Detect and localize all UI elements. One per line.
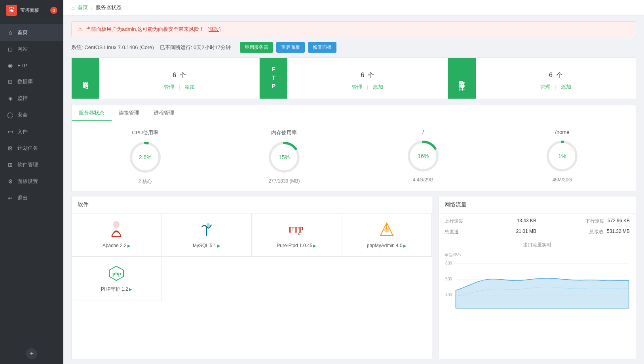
- phpmyadmin-arrow-icon: ▶: [403, 244, 407, 248]
- mysql-arrow-icon: ▶: [217, 244, 220, 248]
- memory-gauge: 内存使用率 15% 277/1839 (MB): [266, 129, 302, 185]
- svg-point-15: [384, 228, 389, 233]
- chart-area: 单位KB/s 600 500 400: [439, 250, 636, 315]
- sidebar-item-label: 首页: [17, 29, 28, 36]
- database-manage-link[interactable]: 管理: [540, 84, 551, 90]
- sidebar-item-label: 数据库: [17, 78, 33, 85]
- sidebar-item-ftp[interactable]: ◉ FTP: [0, 57, 63, 73]
- sidebar-item-label: 计划任务: [17, 145, 38, 152]
- sidebar-nav: ⌂ 首页 ◻ 网站 ◉ FTP ⊟ 数据库 ◈ 监控 ◯ 安全 ▭ 文件 ⊠ 计: [0, 21, 63, 343]
- stat-count-website: 6 个: [173, 66, 186, 80]
- disk-root-gauge: / 16% 4.4G/29G: [405, 129, 441, 185]
- svg-text:php: php: [112, 271, 121, 276]
- website-manage-link[interactable]: 管理: [164, 84, 174, 90]
- breadcrumb-current: 服务器状态: [96, 4, 122, 11]
- mysql-icon: [199, 221, 215, 239]
- network-chart-svg: 600 500 400: [445, 259, 630, 310]
- tab-process-mgmt[interactable]: 进程管理: [146, 105, 181, 121]
- topbar: ⌂ 首页 / 服务器状态: [63, 0, 644, 15]
- disk-home-value: 1%: [558, 153, 566, 159]
- svg-point-10: [207, 223, 210, 228]
- php-arrow-icon: ▶: [129, 287, 132, 292]
- phpmyadmin-name: phpMyAdmin 4.0 ▶: [367, 243, 407, 248]
- php-icon: php: [108, 265, 125, 282]
- main-content: ⌂ 首页 / 服务器状态 ⚠ 当前面板用户为admin,这可能为面板安全带来风险…: [63, 0, 644, 364]
- restart-server-button[interactable]: 重启服务器: [240, 42, 273, 53]
- tab-connection-mgmt[interactable]: 连接管理: [112, 105, 146, 121]
- pureftpd-icon: FTP d: [288, 221, 305, 239]
- stat-label-database: 数据库: [448, 58, 476, 99]
- stat-card-website: 网站 6 个 管理 | 添加: [71, 57, 260, 99]
- sidebar-item-logout[interactable]: ↩ 退出: [0, 190, 63, 206]
- software-item-apache[interactable]: Apache 2.2 ▶: [72, 213, 162, 257]
- ftp-add-link[interactable]: 添加: [373, 84, 383, 90]
- sidebar-item-website[interactable]: ◻ 网站: [0, 41, 63, 57]
- software-item-pureftpd[interactable]: FTP d Pure-Ftpd 1.0.45 ▶: [252, 213, 342, 257]
- sidebar-item-settings[interactable]: ⚙ 面板设置: [0, 173, 63, 190]
- cpu-sub: 2 核心: [139, 178, 152, 185]
- sidebar-item-cron[interactable]: ⊠ 计划任务: [0, 140, 63, 156]
- stat-actions-ftp: 管理 | 添加: [352, 84, 383, 91]
- stat-label-ftp: FTP: [260, 58, 287, 99]
- system-value: CentOS Linux 7.0.1406 (Core): [84, 44, 154, 50]
- cpu-gauge-wrap: 2.6%: [127, 139, 163, 175]
- home-breadcrumb-icon: ⌂: [71, 4, 74, 11]
- stats-row: 网站 6 个 管理 | 添加 FTP 6 个 管理 | 添加: [71, 57, 636, 99]
- disk-home-gauge: /home 1% 45M/20G: [544, 129, 580, 185]
- sidebar-title: 宝塔面板: [20, 7, 39, 14]
- svg-text:d: d: [298, 231, 301, 236]
- download-speed-value: 572.96 KB: [608, 218, 630, 225]
- network-section-header: 网络流量: [439, 196, 636, 213]
- sidebar-add-area: +: [0, 343, 63, 364]
- disk-root-wrap: 16%: [405, 138, 441, 174]
- sidebar-item-label: 面板设置: [17, 178, 38, 185]
- disk-root-value: 16%: [418, 153, 429, 159]
- stat-count-ftp: 6 个: [361, 66, 374, 80]
- warning-icon: ⚠: [78, 26, 83, 32]
- breadcrumb-home[interactable]: 首页: [78, 4, 88, 11]
- sidebar-item-database[interactable]: ⊟ 数据库: [0, 73, 63, 90]
- sidebar-item-security[interactable]: ◯ 安全: [0, 107, 63, 123]
- network-section: 网络流量 上行速度 13.43 KB 下行速度 572.96 KB 总发送 21…: [438, 196, 636, 359]
- svg-text:500: 500: [445, 277, 452, 281]
- software-item-php[interactable]: php PHP守护 1.2 ▶: [72, 257, 162, 301]
- sidebar-header: 宝 宝塔面板 0: [0, 0, 63, 21]
- logout-icon: ↩: [7, 195, 13, 201]
- total-send-value: 21.01 MB: [516, 229, 536, 235]
- website-add-link[interactable]: 添加: [184, 84, 195, 90]
- total-recv-value: 531.32 MB: [607, 229, 630, 235]
- sidebar-item-home[interactable]: ⌂ 首页: [0, 24, 63, 41]
- network-stats-grid: 上行速度 13.43 KB 下行速度 572.96 KB 总发送 21.01 M…: [439, 213, 636, 240]
- sidebar-item-label: 退出: [17, 194, 28, 202]
- sidebar-item-software[interactable]: ⊞ 软件管理: [0, 156, 63, 173]
- sidebar-item-files[interactable]: ▭ 文件: [0, 123, 63, 140]
- database-add-link[interactable]: 添加: [561, 84, 571, 90]
- add-button[interactable]: +: [26, 348, 37, 359]
- total-recv-label: 总接收: [589, 229, 604, 235]
- server-status-section: 服务器状态 连接管理 进程管理 CPU使用率 2.6% 2 核心 内存使用率: [71, 105, 636, 191]
- ftp-manage-link[interactable]: 管理: [352, 84, 362, 90]
- software-item-mysql[interactable]: MySQL 5.1 ▶: [162, 213, 252, 257]
- cpu-gauge-title: CPU使用率: [132, 129, 158, 136]
- website-icon: ◻: [7, 46, 13, 52]
- svg-text:FTP: FTP: [289, 225, 304, 234]
- tab-server-status[interactable]: 服务器状态: [72, 105, 112, 121]
- total-recv-row: 总接收 531.32 MB: [538, 227, 630, 236]
- stat-label-website: 网站: [72, 58, 99, 99]
- memory-gauge-title: 内存使用率: [271, 129, 297, 136]
- breadcrumb-separator: /: [91, 5, 93, 11]
- software-icon: ⊞: [7, 162, 13, 168]
- software-item-phpmyadmin[interactable]: phpMyAdmin 4.0 ▶: [342, 213, 432, 257]
- phpmyadmin-icon: [378, 221, 395, 239]
- cpu-gauge: CPU使用率 2.6% 2 核心: [127, 129, 163, 185]
- alert-fix-link[interactable]: [修改]: [207, 26, 220, 33]
- sidebar-item-monitor[interactable]: ◈ 监控: [0, 90, 63, 107]
- pureftpd-name: Pure-Ftpd 1.0.45 ▶: [277, 243, 316, 248]
- apache-name: Apache 2.2 ▶: [103, 243, 131, 248]
- section-tabs: 服务器状态 连接管理 进程管理: [72, 105, 636, 121]
- sidebar-item-label: FTP: [17, 63, 27, 69]
- svg-text:400: 400: [445, 293, 452, 297]
- restart-panel-button[interactable]: 重启面板: [276, 42, 305, 53]
- svg-point-8: [113, 221, 120, 229]
- repair-panel-button[interactable]: 修复面板: [308, 42, 336, 53]
